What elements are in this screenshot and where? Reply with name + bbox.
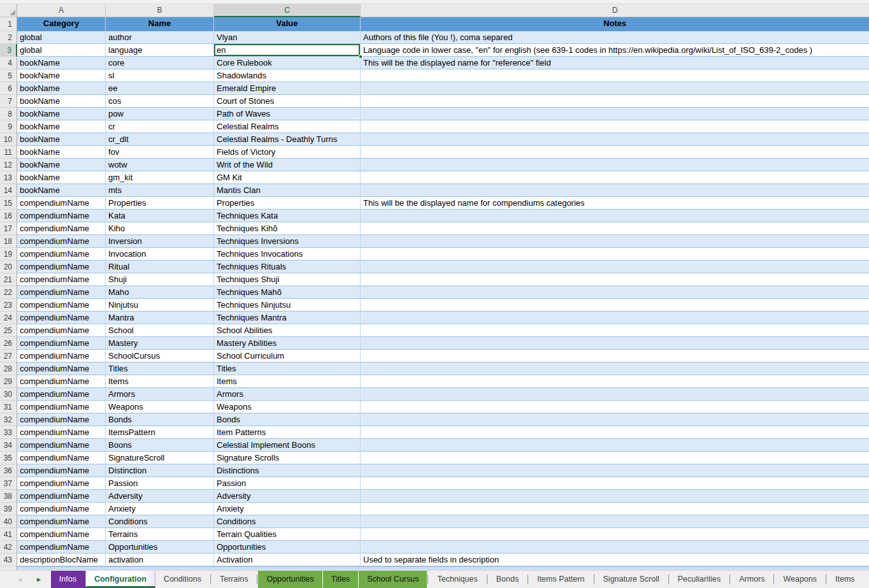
cell-A12[interactable]: bookName xyxy=(17,159,106,171)
cell-C13[interactable]: GM Kit xyxy=(214,171,361,184)
cell-B33[interactable]: ItemsPattern xyxy=(106,426,214,439)
sheet-tab-signature-scroll[interactable]: Signature Scroll xyxy=(595,571,668,588)
row-header-33[interactable]: 33 xyxy=(0,426,17,439)
cell-A26[interactable]: compendiumName xyxy=(17,337,106,350)
cell-B6[interactable]: ee xyxy=(106,82,214,95)
cell-D7[interactable] xyxy=(361,95,869,108)
cell-C16[interactable]: Techniques Kata xyxy=(214,210,361,222)
cell-D9[interactable] xyxy=(361,120,869,133)
cell-A23[interactable]: compendiumName xyxy=(17,299,106,312)
cell-D24[interactable] xyxy=(361,312,869,324)
cell-C36[interactable]: Distinctions xyxy=(214,464,361,477)
cell-C17[interactable]: Techniques Kihõ xyxy=(214,222,361,235)
cell-A5[interactable]: bookName xyxy=(17,69,106,82)
cell-D10[interactable] xyxy=(361,133,869,146)
row-header-41[interactable]: 41 xyxy=(0,528,17,541)
row-header-3[interactable]: 3 xyxy=(0,44,17,57)
cell-B37[interactable]: Passion xyxy=(106,477,214,490)
cell-C10[interactable]: Celestial Realms - Deathly Turns xyxy=(214,133,361,146)
cell-B42[interactable]: Opportunities xyxy=(106,541,214,554)
row-header-31[interactable]: 31 xyxy=(0,401,17,413)
cell-A22[interactable]: compendiumName xyxy=(17,286,106,299)
cell-A13[interactable]: bookName xyxy=(17,171,106,184)
cell-D38[interactable] xyxy=(361,490,869,503)
row-header-10[interactable]: 10 xyxy=(0,133,17,146)
cell-D16[interactable] xyxy=(361,210,869,222)
cell-B4[interactable]: core xyxy=(106,57,214,69)
cell-B9[interactable]: cr xyxy=(106,120,214,133)
cell-B41[interactable]: Terrains xyxy=(106,528,214,541)
cell-D25[interactable] xyxy=(361,324,869,337)
sheet-tab-items-pattern[interactable]: Items Pattern xyxy=(529,571,592,588)
select-all-button[interactable] xyxy=(0,4,17,17)
cell-A18[interactable]: compendiumName xyxy=(17,235,106,248)
prev-sheet-arrow-icon[interactable]: ◄ xyxy=(17,577,23,583)
row-header-8[interactable]: 8 xyxy=(0,108,17,120)
cell-D14[interactable] xyxy=(361,184,869,197)
column-header-c[interactable]: C xyxy=(214,4,361,17)
row-header-6[interactable]: 6 xyxy=(0,82,17,95)
sheet-tab-bonds[interactable]: Bonds xyxy=(488,571,527,588)
cell-B21[interactable]: Shuji xyxy=(106,273,214,286)
cell-A36[interactable]: compendiumName xyxy=(17,464,106,477)
cell-C6[interactable]: Emerald Empire xyxy=(214,82,361,95)
cell-B11[interactable]: fov xyxy=(106,146,214,159)
cell-C2[interactable]: Vlyan xyxy=(214,31,361,44)
row-header-1[interactable]: 1 xyxy=(0,17,17,31)
cell-A2[interactable]: global xyxy=(17,31,106,44)
cell-D33[interactable] xyxy=(361,426,869,439)
cell-C35[interactable]: Signature Scrolls xyxy=(214,452,361,464)
cell-B28[interactable]: Titles xyxy=(106,362,214,375)
cell-A34[interactable]: compendiumName xyxy=(17,439,106,452)
cell-D23[interactable] xyxy=(361,299,869,312)
row-header-32[interactable]: 32 xyxy=(0,413,17,426)
cell-C5[interactable]: Shadowlands xyxy=(214,69,361,82)
cell-A37[interactable]: compendiumName xyxy=(17,477,106,490)
row-header-4[interactable]: 4 xyxy=(0,57,17,69)
cell-D3[interactable]: Language code in lower case, "en" for en… xyxy=(361,44,869,57)
cell-D19[interactable] xyxy=(361,248,869,261)
cell-B18[interactable]: Inversion xyxy=(106,235,214,248)
cell-D35[interactable] xyxy=(361,452,869,464)
row-header-35[interactable]: 35 xyxy=(0,452,17,464)
cell-C12[interactable]: Writ of the Wild xyxy=(214,159,361,171)
row-header-13[interactable]: 13 xyxy=(0,171,17,184)
row-header-34[interactable]: 34 xyxy=(0,439,17,452)
cell-D6[interactable] xyxy=(361,82,869,95)
cell-C30[interactable]: Armors xyxy=(214,388,361,401)
cell-C31[interactable]: Weapons xyxy=(214,401,361,413)
sheet-tab-armors[interactable]: Armors xyxy=(731,571,773,588)
cell-A27[interactable]: compendiumName xyxy=(17,350,106,362)
cell-A8[interactable]: bookName xyxy=(17,108,106,120)
cell-B8[interactable]: pow xyxy=(106,108,214,120)
sheet-tab-weapons[interactable]: Weapons xyxy=(775,571,825,588)
cell-B38[interactable]: Adversity xyxy=(106,490,214,503)
column-header-b[interactable]: B xyxy=(106,4,214,17)
cell-D41[interactable] xyxy=(361,528,869,541)
cell-C39[interactable]: Anxiety xyxy=(214,503,361,515)
cell-C26[interactable]: Mastery Abilities xyxy=(214,337,361,350)
cell-D20[interactable] xyxy=(361,261,869,273)
header-cell-category[interactable]: Category xyxy=(17,17,106,31)
cell-C24[interactable]: Techniques Mantra xyxy=(214,312,361,324)
row-header-15[interactable]: 15 xyxy=(0,197,17,210)
row-header-9[interactable]: 9 xyxy=(0,120,17,133)
sheet-tab-opportunities[interactable]: Opportunities xyxy=(258,571,322,588)
cell-B31[interactable]: Weapons xyxy=(106,401,214,413)
header-cell-value[interactable]: Value xyxy=(214,17,361,31)
cell-B25[interactable]: School xyxy=(106,324,214,337)
cell-D15[interactable]: This will be the displayed name for comp… xyxy=(361,197,869,210)
column-header-d[interactable]: D xyxy=(361,4,869,17)
cell-A35[interactable]: compendiumName xyxy=(17,452,106,464)
row-header-24[interactable]: 24 xyxy=(0,312,17,324)
row-header-21[interactable]: 21 xyxy=(0,273,17,286)
cell-C37[interactable]: Passion xyxy=(214,477,361,490)
cell-B26[interactable]: Mastery xyxy=(106,337,214,350)
row-header-22[interactable]: 22 xyxy=(0,286,17,299)
cell-B5[interactable]: sl xyxy=(106,69,214,82)
fill-handle[interactable] xyxy=(359,55,363,59)
cell-D42[interactable] xyxy=(361,541,869,554)
cell-D36[interactable] xyxy=(361,464,869,477)
row-header-28[interactable]: 28 xyxy=(0,362,17,375)
row-header-19[interactable]: 19 xyxy=(0,248,17,261)
